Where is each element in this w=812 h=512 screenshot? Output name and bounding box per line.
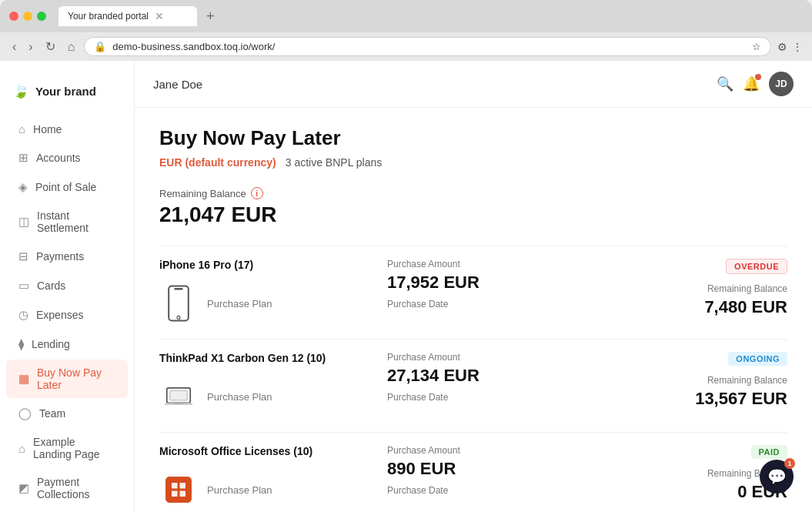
- office-icon: [159, 467, 198, 512]
- purchase-date-label: Purchase Date: [387, 299, 621, 310]
- lending-icon: ⧫: [18, 337, 24, 351]
- svg-rect-6: [174, 403, 182, 403]
- svg-rect-4: [170, 390, 187, 400]
- sidebar-item-label: Cards: [37, 279, 65, 292]
- reload-button[interactable]: ↻: [42, 38, 58, 55]
- item-icon-row: Purchase Plan: [159, 373, 375, 420]
- header-actions: 🔍 🔔 JD: [717, 72, 794, 96]
- sidebar-item-team[interactable]: ◯ Team: [6, 400, 128, 427]
- sidebar-item-label: Buy Now Pay Later: [37, 366, 115, 391]
- accounts-icon: ⊞: [18, 151, 28, 165]
- plans-count: 3 active BNPL plans: [286, 156, 383, 169]
- page-content: Buy Now Pay Later EUR (default currency)…: [135, 108, 812, 512]
- forward-button[interactable]: ›: [25, 38, 35, 55]
- remaining-balance-label: Remaining Balance i: [159, 187, 787, 199]
- remaining-balance-section: Remaining Balance i 21,047 EUR: [159, 187, 787, 227]
- sidebar-item-label: Payment Collections: [37, 476, 115, 500]
- sidebar-item-cards[interactable]: ▭ Cards: [6, 272, 128, 300]
- minimize-dot[interactable]: [23, 12, 32, 21]
- toolbar-icons: ⚙ ⋮: [777, 41, 803, 53]
- star-icon[interactable]: ☆: [752, 41, 761, 52]
- instant-settlement-icon: ◫: [18, 215, 29, 229]
- sidebar: 🍃 Your brand ⌂ Home ⊞ Accounts ◈ Point o…: [0, 61, 135, 512]
- purchase-date-label: Purchase Date: [387, 392, 621, 403]
- purchase-plan-label: Purchase Plan: [207, 298, 272, 310]
- menu-icon[interactable]: ⋮: [792, 41, 803, 53]
- cards-icon: ▭: [18, 279, 29, 293]
- avatar[interactable]: JD: [769, 72, 794, 96]
- sidebar-item-buy-now-pay-later[interactable]: ▦ Buy Now Pay Later: [6, 360, 128, 398]
- maximize-dot[interactable]: [37, 12, 46, 21]
- bnpl-list: iPhone 16 Pro (17) Purchase Plan: [159, 246, 787, 512]
- tab-title: Your branded portal: [68, 11, 149, 22]
- sidebar-item-label: Team: [39, 407, 65, 420]
- item-left: Microsoft Office Licenses (10): [159, 445, 375, 512]
- home-button[interactable]: ⌂: [65, 38, 79, 55]
- svg-rect-0: [169, 286, 189, 321]
- chat-notification-count: 1: [784, 458, 795, 469]
- info-icon[interactable]: i: [251, 187, 263, 199]
- sidebar-item-label: Point of Sale: [35, 181, 96, 193]
- svg-rect-11: [180, 491, 186, 497]
- sidebar-item-instant-settlement[interactable]: ◫ Instant Settlement: [6, 202, 128, 241]
- bnpl-icon: ▦: [18, 372, 29, 386]
- top-header: Jane Doe 🔍 🔔 JD: [135, 61, 812, 108]
- purchase-amount-label: Purchase Amount: [387, 445, 621, 456]
- laptop-icon: [159, 373, 198, 420]
- new-tab-button[interactable]: +: [203, 8, 218, 25]
- sidebar-item-label: Home: [33, 123, 62, 136]
- close-dot[interactable]: [9, 12, 18, 21]
- sidebar-item-label: Expenses: [36, 309, 83, 321]
- browser-tab[interactable]: Your branded portal ✕: [58, 6, 197, 26]
- sidebar-item-label: Example Landing Page: [33, 436, 115, 460]
- sidebar-item-home[interactable]: ⌂ Home: [6, 115, 128, 142]
- item-icon-row: Purchase Plan: [159, 467, 375, 512]
- item-title: Microsoft Office Licenses (10): [159, 445, 375, 457]
- brand-logo: 🍃 Your brand: [0, 73, 134, 115]
- team-icon: ◯: [18, 407, 32, 420]
- purchase-amount-label: Purchase Amount: [387, 259, 621, 269]
- tab-close-icon[interactable]: ✕: [155, 10, 164, 22]
- browser-titlebar: Your branded portal ✕ +: [0, 0, 812, 32]
- purchase-amount-label: Purchase Amount: [387, 352, 621, 363]
- home-icon: ⌂: [18, 122, 25, 136]
- notification-dot: [755, 74, 761, 80]
- sidebar-item-payment-collections[interactable]: ◩ Payment Collections: [6, 469, 128, 507]
- bnpl-item: Microsoft Office Licenses (10): [159, 432, 787, 512]
- chat-bubble[interactable]: 💬 1: [760, 460, 794, 494]
- sidebar-item-point-of-sale[interactable]: ◈ Point of Sale: [6, 173, 128, 201]
- brand-icon: 🍃: [12, 82, 29, 99]
- currency-label: EUR (default currency): [159, 156, 276, 169]
- sidebar-item-payments[interactable]: ⊟ Payments: [6, 243, 128, 270]
- extensions-icon[interactable]: ⚙: [777, 41, 787, 53]
- browser-toolbar: ‹ › ↻ ⌂ 🔒 demo-business.sandbox.toq.io/w…: [0, 32, 812, 61]
- page-subtitle: EUR (default currency) 3 active BNPL pla…: [159, 156, 787, 169]
- remaining-balance-right-label: Remaining Balance: [707, 283, 787, 294]
- svg-rect-1: [174, 288, 182, 289]
- item-title: ThinkPad X1 Carbon Gen 12 (10): [159, 352, 375, 364]
- address-bar[interactable]: 🔒 demo-business.sandbox.toq.io/work/ ☆: [84, 37, 771, 56]
- purchase-amount-value: 27,134 EUR: [387, 366, 621, 386]
- sidebar-item-lending[interactable]: ⧫ Lending: [6, 330, 128, 358]
- sidebar-item-accounts[interactable]: ⊞ Accounts: [6, 144, 128, 172]
- svg-rect-7: [166, 477, 192, 503]
- item-icon-row: Purchase Plan: [159, 280, 375, 326]
- back-button[interactable]: ‹: [9, 38, 19, 55]
- sidebar-item-label: Payments: [36, 250, 84, 263]
- sidebar-item-expenses[interactable]: ◷ Expenses: [6, 301, 128, 329]
- item-middle: Purchase Amount 17,952 EUR Purchase Date: [387, 259, 621, 310]
- phone-icon: [159, 280, 198, 326]
- notifications-icon[interactable]: 🔔: [743, 75, 760, 92]
- item-middle: Purchase Amount 27,134 EUR Purchase Date: [387, 352, 621, 403]
- sidebar-item-example-landing-page[interactable]: ⌂ Example Landing Page: [6, 429, 128, 467]
- search-icon[interactable]: 🔍: [717, 75, 733, 92]
- purchase-date-label: Purchase Date: [387, 485, 621, 496]
- main-content: Jane Doe 🔍 🔔 JD Buy Now Pay Later EUR (d…: [135, 61, 812, 512]
- item-title: iPhone 16 Pro (17): [159, 259, 375, 271]
- status-badge: OVERDUE: [726, 259, 787, 274]
- browser-chrome: Your branded portal ✕ + ‹ › ↻ ⌂ 🔒 demo-b…: [0, 0, 812, 61]
- page-title: Buy Now Pay Later: [159, 126, 787, 150]
- remaining-balance-value: 21,047 EUR: [159, 202, 787, 227]
- item-right: OVERDUE Remaining Balance 7,480 EUR: [633, 259, 787, 317]
- url-text: demo-business.sandbox.toq.io/work/: [112, 41, 746, 52]
